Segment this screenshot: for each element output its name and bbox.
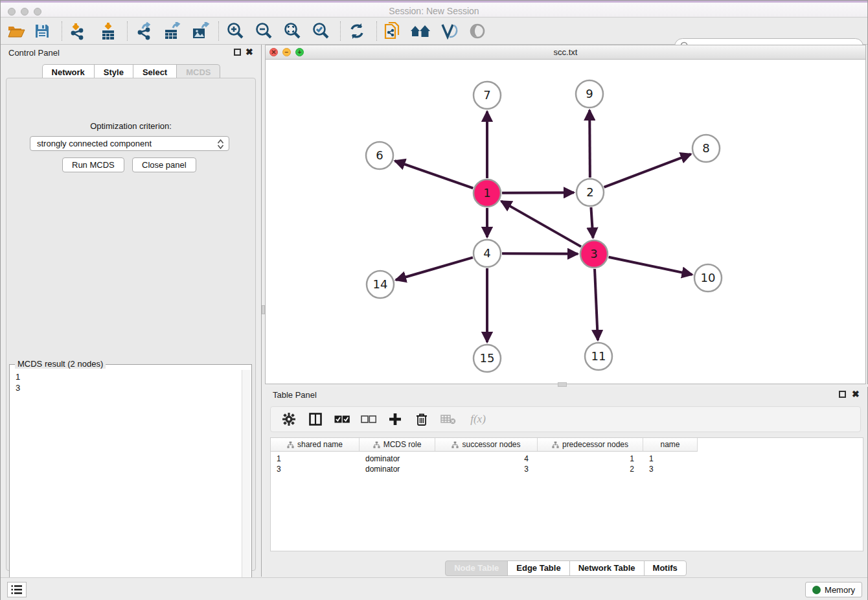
table-cell: 1 xyxy=(271,454,360,465)
hierarchy-icon xyxy=(552,441,559,448)
window-title: Session: New Session xyxy=(1,6,867,16)
graph-node-label: 7 xyxy=(483,88,490,102)
table-cell: dominator xyxy=(360,465,435,475)
birdseye-view-button[interactable] xyxy=(466,21,489,41)
toolbar-separator xyxy=(376,21,377,41)
import-network-button[interactable] xyxy=(65,21,89,41)
column-header-predecessor-nodes[interactable]: predecessor nodes xyxy=(538,438,643,451)
column-header-shared-name[interactable]: shared name xyxy=(271,438,360,451)
memory-label: Memory xyxy=(825,585,855,595)
vizmapper-button[interactable] xyxy=(437,21,461,41)
column-header-label: shared name xyxy=(297,440,343,449)
control-panel: Control Panel ✖ NetworkStyleSelectMCDS O… xyxy=(1,45,261,577)
close-panel-icon[interactable]: ✖ xyxy=(852,389,860,399)
graph-edge-3-11[interactable] xyxy=(595,269,598,340)
mcds-result-title: MCDS result (2 nodes) xyxy=(15,359,106,369)
column-header-name[interactable]: name xyxy=(643,438,698,451)
mcds-result-line: 1 xyxy=(16,371,242,382)
graph-edge-3-1[interactable] xyxy=(501,201,581,246)
apply-layout-button[interactable] xyxy=(345,21,369,41)
export-network-button[interactable] xyxy=(132,21,155,41)
mcds-result-scrollbar[interactable] xyxy=(242,370,251,600)
graph-edge-4-14[interactable] xyxy=(396,257,473,280)
graph-edge-3-10[interactable] xyxy=(609,257,692,275)
main-toolbar xyxy=(1,17,867,45)
optimization-criterion-select[interactable]: strongly connected component xyxy=(30,136,229,151)
zoom-fit-button[interactable] xyxy=(280,21,304,41)
graph-edge-1-2[interactable] xyxy=(502,192,574,193)
zoom-selected-icon xyxy=(312,22,330,40)
column-header-MCDS-role[interactable]: MCDS role xyxy=(360,438,435,451)
open-session-button[interactable] xyxy=(5,21,28,41)
tab-edge-table[interactable]: Edge Table xyxy=(507,560,569,576)
network-window-titlebar: ✕ − + scc.txt xyxy=(266,45,865,60)
control-panel-title: Control Panel xyxy=(8,48,60,58)
mcds-result-list: 13 xyxy=(10,370,242,600)
optimization-criterion-label: Optimization criterion: xyxy=(6,121,255,131)
delete-rows-button[interactable] xyxy=(414,411,429,427)
show-column-panel-button[interactable] xyxy=(308,411,323,427)
graph-edge-2-9[interactable] xyxy=(589,110,590,178)
table-row[interactable]: 1dominator411 xyxy=(271,454,698,465)
float-panel-icon[interactable] xyxy=(839,391,846,398)
import-table-button[interactable] xyxy=(97,21,120,41)
window-titlebar: Session: New Session xyxy=(1,1,867,17)
network-from-clipboard-button[interactable] xyxy=(380,21,404,41)
mcds-result-group: MCDS result (2 nodes) 13 xyxy=(9,364,252,600)
add-row-button[interactable] xyxy=(387,411,403,427)
network-graph-canvas[interactable]: 7968124314101511 xyxy=(266,60,865,384)
document-network-icon xyxy=(383,21,401,41)
close-panel-button[interactable]: Close panel xyxy=(132,157,196,172)
graph-edge-1-6[interactable] xyxy=(395,161,474,188)
toolbar-separator xyxy=(127,21,128,41)
home-icon xyxy=(410,23,431,39)
toolbar-separator xyxy=(62,21,62,41)
close-panel-icon[interactable]: ✖ xyxy=(246,47,253,57)
save-session-button[interactable] xyxy=(30,21,54,41)
graph-node-label: 6 xyxy=(376,148,383,162)
float-panel-icon[interactable] xyxy=(234,49,241,56)
graph-node-label: 9 xyxy=(586,87,593,100)
select-all-button[interactable] xyxy=(334,411,350,427)
graph-edge-4-3[interactable] xyxy=(502,253,578,254)
trash-icon xyxy=(416,413,428,426)
memory-status-dot xyxy=(812,586,821,594)
export-table-button[interactable] xyxy=(161,21,184,41)
tab-motifs[interactable]: Motifs xyxy=(644,560,687,576)
table-row[interactable]: 3dominator323 xyxy=(271,465,698,475)
zoom-in-button[interactable] xyxy=(223,21,247,41)
zoom-selected-button[interactable] xyxy=(309,21,332,41)
table-settings-button[interactable] xyxy=(281,411,297,427)
node-table[interactable]: shared nameMCDS rolesuccessor nodesprede… xyxy=(270,437,863,551)
select-chevrons-icon xyxy=(218,139,223,149)
deselect-all-button[interactable] xyxy=(361,411,376,427)
table-panel-header: Table Panel ✖ xyxy=(265,387,866,404)
toolbar-separator xyxy=(218,21,219,41)
export-network-icon xyxy=(135,22,153,40)
function-builder-button[interactable]: f(x) xyxy=(467,411,489,427)
export-image-button[interactable] xyxy=(188,21,212,41)
graph-edge-2-8[interactable] xyxy=(604,154,691,187)
tab-network-table[interactable]: Network Table xyxy=(569,560,645,576)
graph-edge-2-3[interactable] xyxy=(591,207,593,238)
vizmapper-icon xyxy=(440,23,458,40)
zoom-out-button[interactable] xyxy=(252,21,275,41)
divider-grabber[interactable] xyxy=(558,382,567,387)
hierarchy-icon xyxy=(287,441,294,448)
mcds-panel: Optimization criterion: strongly connect… xyxy=(6,78,256,571)
optimization-criterion-value: strongly connected component xyxy=(37,139,152,148)
memory-button[interactable]: Memory xyxy=(805,582,862,597)
home-button[interactable] xyxy=(409,21,432,41)
import-network-icon xyxy=(68,22,86,40)
show-panels-button[interactable] xyxy=(7,582,27,597)
column-header-successor-nodes[interactable]: successor nodes xyxy=(435,438,538,451)
table-cell: 3 xyxy=(643,465,698,475)
birdseye-eye-icon xyxy=(469,23,486,40)
gear-icon xyxy=(282,413,295,426)
run-mcds-button[interactable]: Run MCDS xyxy=(62,157,124,172)
delete-columns-button[interactable] xyxy=(440,411,456,427)
tab-node-table[interactable]: Node Table xyxy=(445,560,508,576)
plus-icon xyxy=(389,413,402,426)
open-folder-icon xyxy=(7,23,25,39)
mcds-result-line: 3 xyxy=(16,382,242,393)
